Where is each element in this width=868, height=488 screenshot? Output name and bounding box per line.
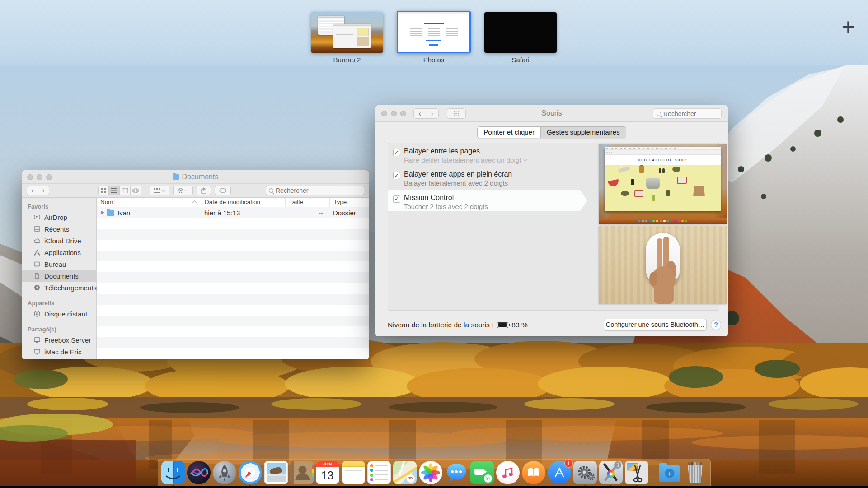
search-input[interactable] — [276, 187, 361, 194]
dock-item-facetime[interactable]: ✆ — [470, 461, 494, 484]
checkbox-balayer-apps[interactable]: ✓ — [393, 172, 400, 179]
sidebar-item-bureau[interactable]: Bureau — [22, 258, 96, 270]
list-view-icon — [111, 188, 117, 193]
dock-item-contacts[interactable] — [290, 461, 314, 484]
gesture-option-dropdown[interactable]: Faire défiler latéralement avec un doigt — [404, 156, 587, 164]
pineapple-top — [640, 165, 643, 166]
mission-control-spaces-bar: Bureau 2 Photos Safari + — [0, 0, 868, 65]
sidebar-item-imac-de-eric[interactable]: iMac de Eric — [22, 346, 96, 358]
table-row-ivan[interactable]: Ivan hier à 15:13 -- Dossier — [97, 207, 369, 218]
prefs-search-field[interactable] — [653, 108, 722, 119]
towel-rolls — [618, 166, 630, 173]
back-button[interactable]: ‹ — [27, 186, 38, 195]
tab-pointer-et-cliquer[interactable]: Pointer et cliquer — [478, 127, 540, 138]
sidebar-item-documents[interactable]: Documents — [22, 270, 96, 282]
finder-sidebar: Favoris AirDrop Récents iCloud Drive App… — [22, 198, 97, 359]
sidebar-item-srv-kinkajou[interactable]: SRV_kinkajou — [22, 358, 96, 359]
finder-search-field[interactable] — [266, 186, 364, 195]
column-header-type[interactable]: Type — [329, 198, 369, 207]
share-button[interactable] — [197, 186, 211, 195]
finder-icon — [161, 461, 185, 484]
file-type: Dossier — [329, 209, 369, 217]
column-header-taille[interactable]: Taille — [285, 198, 329, 207]
list-view-button[interactable] — [109, 186, 120, 195]
sidebar-item-airdrop[interactable]: AirDrop — [22, 211, 96, 223]
tags-button[interactable] — [215, 186, 231, 195]
chevron-down-icon — [185, 188, 189, 192]
search-icon — [269, 188, 273, 193]
cloud-icon — [33, 237, 41, 245]
gesture-row-balayer-pages: ✓ Balayer entre les pages Faire défiler … — [388, 147, 587, 165]
dock-item-launchpad[interactable] — [213, 461, 236, 484]
coverflow-view-button[interactable] — [131, 186, 141, 195]
action-menu-button[interactable] — [173, 186, 193, 195]
column-header-date[interactable]: Date de modification — [201, 198, 285, 207]
checkbox-balayer-pages[interactable]: ✓ — [393, 149, 400, 156]
dock-item-itunes[interactable] — [496, 461, 520, 484]
dock-item-messages[interactable] — [445, 461, 468, 484]
sidebar-section-favoris: Favoris — [22, 200, 96, 211]
dock-item-finder[interactable] — [161, 461, 185, 484]
sidebar-item-label: iCloud Drive — [44, 237, 81, 245]
search-input[interactable] — [663, 110, 718, 117]
messages-icon — [445, 461, 468, 484]
mini-toolbar — [605, 150, 721, 155]
dock-item-siri[interactable] — [187, 461, 211, 484]
dock-item-ibooks[interactable] — [522, 461, 545, 484]
gesture-row-mission-control[interactable]: ✓ Mission Control Toucher 2 fois avec 2 … — [388, 190, 587, 211]
sidebar-item-recents[interactable]: Récents — [22, 223, 96, 235]
bottle — [659, 168, 661, 173]
desktop-icon — [33, 260, 41, 268]
space-label-photos: Photos — [384, 56, 483, 64]
mini-dock — [599, 218, 727, 224]
sidebar-item-disque-distant[interactable]: Disque distant — [22, 308, 96, 320]
dock-item-trash[interactable] — [684, 461, 707, 484]
dock-item-app-store[interactable]: 1 — [548, 461, 571, 484]
sidebar-item-icloud-drive[interactable]: iCloud Drive — [22, 235, 96, 246]
arrange-button[interactable] — [150, 186, 169, 195]
sidebar-item-freebox-server[interactable]: Freebox Server — [22, 334, 96, 346]
checkbox-mission-control[interactable]: ✓ — [393, 195, 400, 203]
empty-list-stripes — [97, 218, 369, 359]
tab-gestes-supplementaires[interactable]: Gestes supplémentaires — [540, 127, 626, 138]
column-view-button[interactable] — [120, 186, 131, 195]
space-thumbnail-safari[interactable] — [484, 12, 557, 53]
sidebar-item-label: Disque distant — [44, 310, 87, 318]
pineapple — [639, 166, 644, 173]
folder-icon — [107, 210, 114, 216]
dock-item-photos[interactable] — [419, 461, 442, 484]
space-thumbnail-photos[interactable] — [397, 11, 471, 53]
icon-view-button[interactable] — [98, 186, 109, 195]
configure-bluetooth-mouse-button[interactable]: Configurer une souris Bluetooth… — [604, 319, 707, 331]
dock-item-reminders[interactable] — [367, 461, 391, 484]
sidebar-item-telechargements[interactable]: Téléchargements — [22, 282, 96, 293]
sidebar-item-label: Récents — [44, 225, 69, 233]
dock-item-safari[interactable] — [239, 461, 262, 484]
sidebar-item-label: Freebox Server — [44, 336, 91, 344]
column-header-nom[interactable]: Nom — [97, 198, 201, 207]
add-desktop-button[interactable]: + — [836, 15, 860, 39]
forward-button[interactable]: › — [38, 186, 49, 195]
dock-item-screenshot-utility[interactable] — [625, 461, 648, 484]
gesture-subtitle: Balayer latéralement avec 2 doigts — [404, 179, 587, 187]
space-thumbnail-bureau-2[interactable] — [311, 12, 383, 53]
downloads-folder-icon: ↓ — [658, 461, 681, 484]
finder-window: Documents ‹ › — [22, 170, 369, 359]
dock-item-maps[interactable]: 3D — [393, 461, 417, 484]
dock-item-downloads[interactable]: ↓ — [658, 461, 681, 484]
sidebar-item-applications[interactable]: Applications — [22, 246, 96, 258]
window-title: Documents — [22, 173, 369, 181]
display-icon — [33, 348, 41, 356]
help-button[interactable]: ? — [711, 320, 721, 330]
dock-item-mail[interactable] — [264, 461, 288, 484]
calendar-icon: JUIN 13 — [316, 461, 339, 484]
dock-item-system-preferences[interactable] — [573, 461, 597, 484]
dock-item-notes[interactable] — [342, 461, 365, 484]
file-name: Ivan — [117, 209, 130, 217]
disclosure-triangle-icon[interactable] — [101, 211, 104, 214]
dock-item-toolbox-utility[interactable] — [599, 461, 623, 484]
recents-icon — [33, 225, 41, 233]
sidebar-section-appareils: Appareils — [22, 297, 96, 308]
dock-item-calendar[interactable]: JUIN 13 — [316, 461, 339, 484]
green-bottle — [652, 195, 655, 201]
